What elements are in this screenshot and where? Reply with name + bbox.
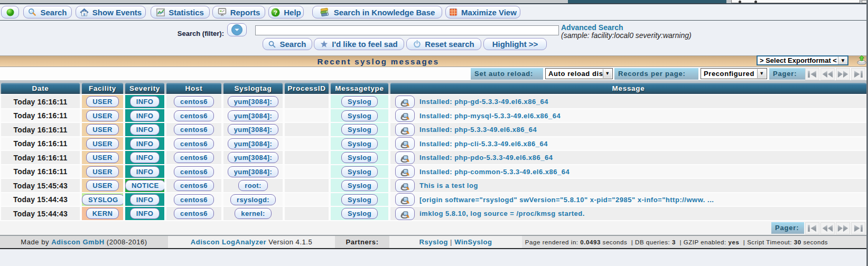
svg-text:?: ? bbox=[274, 9, 277, 15]
